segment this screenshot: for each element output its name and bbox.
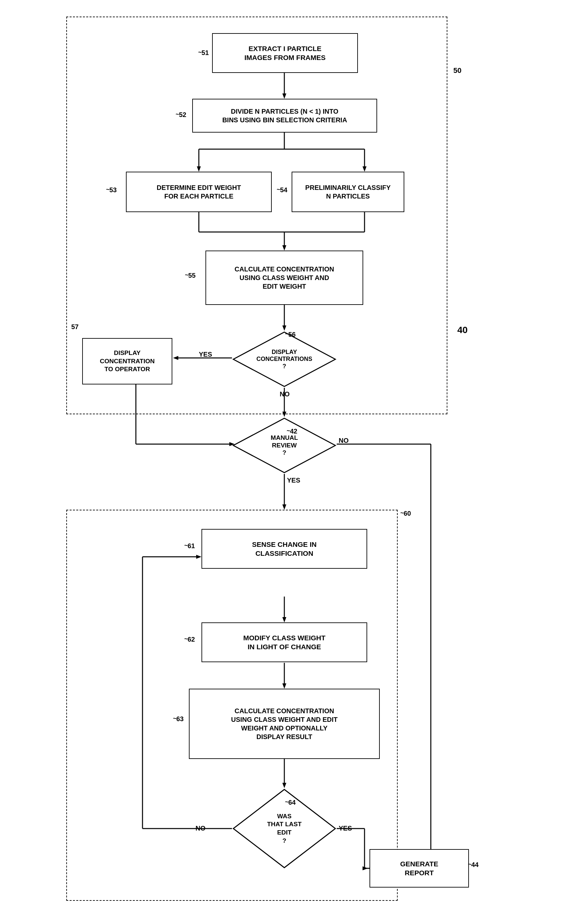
- box-55: CALCULATE CONCENTRATIONUSING CLASS WEIGH…: [205, 251, 363, 305]
- tilde-51: ~: [198, 49, 202, 56]
- ref-62: 62: [187, 636, 195, 643]
- tilde-55: ~: [185, 272, 189, 279]
- svg-marker-27: [282, 504, 286, 510]
- yes-label-42: YES: [287, 476, 300, 484]
- tilde-42: ~: [287, 428, 290, 434]
- ref-52: 52: [179, 111, 186, 119]
- tilde-56: ~: [285, 331, 289, 338]
- ref-51: 51: [201, 49, 209, 57]
- tilde-44: ~: [468, 861, 472, 868]
- tilde-62: ~: [184, 636, 188, 642]
- tilde-53: ~: [106, 186, 110, 193]
- label-50: 50: [453, 66, 461, 75]
- tilde-61: ~: [184, 542, 188, 549]
- yes-label-64: YES: [339, 825, 352, 832]
- box-62: MODIFY CLASS WEIGHTIN LIGHT OF CHANGE: [201, 623, 367, 662]
- diagram: 50 40 EXTRACT I PARTICLEIMAGES FROM FRAM…: [0, 0, 569, 924]
- ref-44: 44: [471, 861, 479, 869]
- diamond-42: MANUALREVIEW?: [232, 417, 337, 474]
- box-54: PRELIMINARILY CLASSIFYN PARTICLES: [292, 172, 404, 212]
- diamond-64: WASTHAT LASTEDIT?: [232, 788, 337, 869]
- label-60: 60: [404, 510, 411, 518]
- box-53: DETERMINE EDIT WEIGHTFOR EACH PARTICLE: [126, 172, 272, 212]
- box-44: GENERATEREPORT: [370, 849, 469, 887]
- ref-61: 61: [187, 542, 195, 550]
- ref-56: 56: [288, 331, 296, 338]
- tilde-52: ~: [176, 111, 179, 118]
- tilde-60: ~: [400, 510, 404, 517]
- box-52: DIVIDE N PARTICLES (N < 1) INTOBINS USIN…: [192, 99, 377, 132]
- tilde-64: ~: [285, 799, 289, 806]
- ref-53: 53: [110, 186, 117, 194]
- no-label-64: NO: [196, 825, 205, 832]
- ref-55: 55: [188, 272, 196, 279]
- tilde-54: ~: [277, 186, 280, 193]
- label-40: 40: [457, 325, 468, 335]
- box-61: SENSE CHANGE INCLASSIFICATION: [201, 529, 367, 569]
- box-51: EXTRACT I PARTICLEIMAGES FROM FRAMES: [212, 33, 358, 73]
- no-label-42: NO: [339, 437, 348, 444]
- box-63: CALCULATE CONCENTRATIONUSING CLASS WEIGH…: [189, 689, 380, 759]
- ref-54: 54: [280, 186, 287, 194]
- ref-63: 63: [176, 715, 184, 723]
- no-label-56: NO: [280, 390, 290, 398]
- ref-64: 64: [288, 799, 296, 806]
- yes-label-56: YES: [199, 351, 212, 358]
- diamond-56: DISPLAYCONCENTRATIONS?: [232, 331, 337, 388]
- box-57: DISPLAYCONCENTRATIONTO OPERATOR: [82, 338, 172, 384]
- ref-57: 57: [71, 323, 79, 331]
- tilde-63: ~: [173, 715, 176, 722]
